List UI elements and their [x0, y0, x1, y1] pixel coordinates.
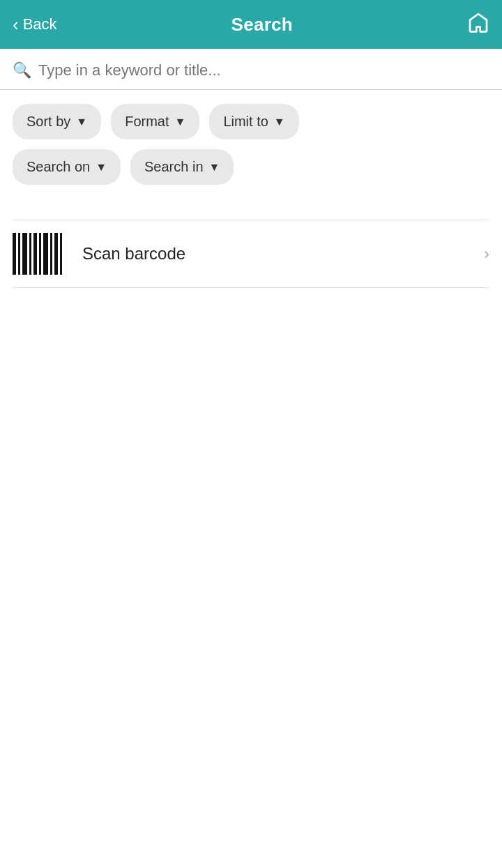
- format-button[interactable]: Format ▼: [111, 104, 199, 139]
- filter-row-1: Sort by ▼ Format ▼ Limit to ▼: [0, 90, 502, 139]
- page-title: Search: [231, 14, 294, 36]
- search-bar: 🔍: [0, 49, 502, 90]
- barcode-icon: [13, 233, 68, 275]
- format-chevron-icon: ▼: [175, 116, 186, 128]
- back-button[interactable]: ‹ Back: [13, 15, 57, 33]
- search-icon: 🔍: [13, 61, 31, 79]
- scan-barcode-row[interactable]: Scan barcode ›: [13, 220, 489, 288]
- search-in-button[interactable]: Search in ▼: [130, 149, 234, 185]
- sort-by-button[interactable]: Sort by ▼: [13, 104, 101, 139]
- header: ‹ Back Search: [0, 0, 502, 49]
- back-label: Back: [23, 15, 57, 33]
- limit-to-label: Limit to: [223, 114, 268, 130]
- search-input[interactable]: [38, 61, 489, 79]
- search-in-chevron-icon: ▼: [209, 161, 220, 174]
- sort-by-label: Sort by: [26, 114, 70, 130]
- home-button[interactable]: [467, 11, 489, 38]
- filter-row-2: Search on ▼ Search in ▼: [0, 139, 502, 185]
- search-on-button[interactable]: Search on ▼: [13, 149, 121, 185]
- limit-to-chevron-icon: ▼: [274, 116, 285, 128]
- search-on-chevron-icon: ▼: [96, 161, 107, 174]
- format-label: Format: [125, 114, 169, 130]
- search-in-label: Search in: [144, 159, 204, 175]
- chevron-left-icon: ‹: [13, 15, 19, 33]
- scan-barcode-chevron-icon: ›: [484, 244, 489, 264]
- limit-to-button[interactable]: Limit to ▼: [209, 104, 298, 139]
- search-on-label: Search on: [26, 159, 90, 175]
- sort-by-chevron-icon: ▼: [76, 116, 87, 128]
- scan-barcode-label: Scan barcode: [82, 244, 484, 264]
